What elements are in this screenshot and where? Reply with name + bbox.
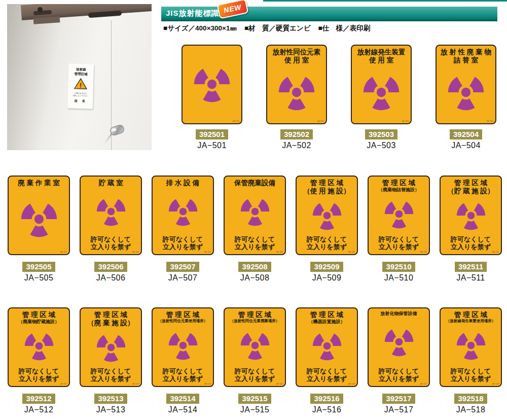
sign-caption-line: 許可なくして [379,368,419,375]
sign-plate: 放射線発生装置使 用 室JA−503 [351,45,412,124]
sign-plate: 管 理 区 域（機器設置施設）許可なくして立入りを禁ずJA−516 [296,307,358,387]
sign-caption-line: 許可なくして [91,368,131,375]
sign-title-line: 管 理 区 域 [298,179,356,187]
sign-caption-line: 立入りを禁ず [379,243,419,251]
sign-plate: 管 理 区 域（廃棄物詰替施設）許可なくして立入りを禁ずJA−510 [368,176,430,255]
product-card: 管 理 区 域（使 用 施 設）許可なくして立入りを禁ずJA−509392509… [296,176,358,283]
spec-size: ■サイズ／400×300×1㎜ [163,24,237,33]
radiation-trefoil-icon [370,317,428,368]
radiation-trefoil-icon [226,324,284,368]
sign-plate: 放射化物保管設備許可なくして立入りを禁ずJA−517 [368,307,430,387]
sign-caption: 許可なくして立入りを禁ず [451,368,491,383]
model-number: JA−510 [384,273,414,283]
product-card: 管 理 区 域（貯 蔵 施 設）許可なくして立入りを禁ずJA−511392511… [440,176,502,283]
sign-title-line: 放射線発生装置 [353,48,410,56]
corner-mark: JA−513 [132,382,139,385]
product-card: JA−501392501JA−501 [182,45,242,150]
sign-caption: 許可なくして立入りを禁ず [307,236,347,251]
model-number: JA−503 [367,141,396,150]
sign-title-line: 放射化物保管設備 [370,311,428,317]
item-code-badge: 392517 [382,394,415,404]
wall-sign-caution: ご用のある方は 入室しないで下さい [67,92,93,98]
product-card: 放 射 性 廃 棄 物詰 替 室JA−504392504JA−504 [436,45,496,150]
item-code-badge: 392511 [455,262,487,272]
rail-roller [38,7,43,12]
sign-caption: 許可なくして立入りを禁ず [235,236,275,251]
radiation-trefoil-icon [154,187,212,236]
sign-title-line: 管 理 区 域 [82,311,140,319]
sign-title-line: 管 理 区 域 [226,311,284,319]
sign-plate: 管 理 区 域（使 用 施 設）許可なくして立入りを禁ずJA−509 [296,176,358,255]
sign-title-line: 使 用 室 [353,56,410,64]
sign-caption: 許可なくして立入りを禁ず [163,368,203,383]
sign-plate: 排 水 設 備許可なくして立入りを禁ずJA−507 [152,176,214,255]
model-number: JA−513 [96,405,126,414]
sign-caption: 許可なくして立入りを禁ず [163,236,203,251]
sign-plate: 管 理 区 域（放射性同位元素使用場所）許可なくして立入りを禁ずJA−514 [152,307,214,387]
sign-caption: 許可なくして立入りを禁ず [91,368,131,383]
sign-caption: 許可なくして立入りを禁ず [379,368,419,383]
sign-title: 保管廃棄設備 [226,179,284,187]
sign-plate: 管 理 区 域（貯 蔵 施 設）許可なくして立入りを禁ずJA−511 [440,176,502,255]
sign-caption: 許可なくして立入りを禁ず [91,236,131,251]
warning-triangle-icon: ! [68,78,94,91]
sign-caption-line: 立入りを禁ず [235,375,275,383]
sign-caption: 許可なくして立入りを禁ず [379,236,419,251]
sign-caption-line: 許可なくして [379,236,419,243]
item-code-badge: 392514 [166,394,199,404]
sign-caption-line: 許可なくして [163,368,203,375]
installation-photo: 放射線 管理区域 ! ご用のある方は 入室しないで下さい 院 長 [7,4,152,150]
item-code-badge: 392510 [382,262,415,272]
sign-caption-line: 許可なくして [307,236,347,243]
radiation-trefoil-icon [353,64,410,120]
section-header: JIS放射能標識 NEW [161,7,497,21]
sign-title-line: 排 水 設 備 [154,179,212,187]
corner-mark: JA−511 [492,251,499,253]
model-number: JA−502 [282,141,311,150]
sign-title-line: （放射性同位元素使用場所） [154,319,212,324]
sign-caption-line: 立入りを禁ず [451,243,491,251]
sign-caption-line: 許可なくして [451,368,491,375]
sign-caption: 許可なくして立入りを禁ず [451,236,491,251]
sign-title-line: （放射線発生装置使用場所） [442,319,500,324]
sign-title-line: 廃 棄 作 業 室 [10,179,68,187]
radiation-trefoil-icon [298,325,356,368]
model-number: JA−511 [456,273,485,283]
sign-caption-line: 立入りを禁ず [91,243,131,251]
sign-title: 放射性同位元素使 用 室 [268,48,325,64]
radiation-trefoil-icon [442,195,500,236]
sign-title: 管 理 区 域（貯 蔵 施 設） [442,179,500,195]
radiation-trefoil-icon [10,187,68,251]
sign-plate: JA−501 [182,45,242,124]
model-number: JA−501 [197,141,227,150]
section-title: JIS放射能標識 [161,9,220,18]
sign-title: 管 理 区 域（廃棄物貯蔵施設） [10,311,68,325]
sign-plate: 管 理 区 域（放射性同位元素廃棄場所）許可なくして立入りを禁ずJA−515 [224,307,286,387]
sign-title: 放射線発生装置使 用 室 [353,48,410,64]
item-code-badge: 392518 [454,394,487,404]
sign-plate: 貯 蔵 室許可なくして立入りを禁ずJA−506 [80,176,142,255]
item-code-badge: 392513 [94,394,127,404]
model-number: JA−518 [456,405,486,414]
product-card: 廃 棄 作 業 室JA−505392505JA−505 [8,176,70,283]
model-number: JA−509 [312,273,342,283]
sign-title-line: 使 用 室 [268,56,325,64]
item-code-badge: 392505 [22,262,55,272]
model-number: JA−516 [312,405,342,414]
model-number: JA−504 [451,141,481,150]
radiation-trefoil-icon [82,327,140,368]
sign-title-line: 貯 蔵 室 [82,179,140,187]
sign-title-line: （廃棄物詰替施設） [370,187,428,193]
corner-mark: JA−512 [60,382,67,385]
corner-mark: JA−515 [276,382,283,385]
item-code-badge: 392504 [450,129,482,139]
wall-sign-caution-line: 入室しないで下さい [67,94,93,98]
sign-caption-line: 立入りを禁ず [91,375,131,383]
sign-title-line: （貯 蔵 施 設） [442,187,500,195]
sign-title-line: 管 理 区 域 [10,311,68,319]
radiation-trefoil-icon [10,325,68,368]
sign-plate: 管 理 区 域（放射線発生装置使用場所）許可なくして立入りを禁ずJA−518 [440,307,502,387]
sign-caption-line: 許可なくして [91,236,131,243]
corner-mark: JA−514 [204,382,211,385]
sign-title: 管 理 区 域（放射性同位元素廃棄場所） [226,311,284,324]
